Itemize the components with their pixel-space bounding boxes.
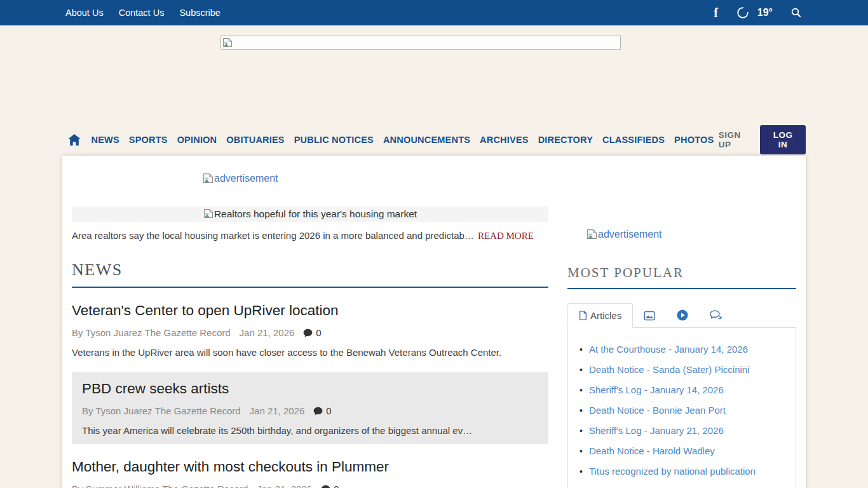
comments-icon	[710, 310, 722, 321]
article-date: Jan 21, 2026	[250, 405, 305, 416]
subscribe-link[interactable]: Subscribe	[179, 8, 220, 18]
nav-item-directory[interactable]: DIRECTORY	[533, 135, 597, 145]
nav-item-announcements[interactable]: ANNOUNCEMENTS	[378, 135, 475, 145]
article-title-link[interactable]: Veteran's Center to open UpRiver locatio…	[72, 302, 548, 319]
section-divider	[567, 288, 796, 289]
featured-story-title: Realtors hopeful for this year's housing…	[214, 208, 417, 220]
article-item: Veteran's Center to open UpRiver locatio…	[72, 302, 548, 358]
bullet: •	[580, 385, 583, 395]
tab-articles-label: Articles	[590, 310, 621, 321]
most-popular-tabs: Articles	[567, 303, 796, 328]
topbar-links: About Us Contact Us Subscribe	[62, 8, 220, 18]
site-logo-image[interactable]	[220, 36, 621, 50]
article-teaser: Veterans in the UpRiver area will soon h…	[72, 347, 548, 358]
log-in-button[interactable]: LOG IN	[760, 125, 806, 154]
weather-widget: 19°	[736, 6, 773, 20]
nav-item-obituaries[interactable]: OBITUARIES	[222, 135, 289, 145]
popular-article-link[interactable]: Death Notice - Bonnie Jean Port	[589, 405, 726, 416]
nav-item-classifieds[interactable]: CLASSIFIEDS	[598, 135, 670, 145]
ad-alt-text: advertisement	[214, 173, 278, 184]
most-popular-title: MOST POPULAR	[567, 265, 796, 281]
search-icon[interactable]	[790, 7, 802, 18]
popular-article-link[interactable]: At the Courthouse - January 14, 2026	[589, 344, 748, 355]
news-section-title: NEWS	[72, 261, 548, 280]
nav-item-opinion[interactable]: OPINION	[172, 135, 222, 145]
comment-bubble-icon	[321, 485, 330, 488]
article-comments-link[interactable]: 0	[321, 484, 339, 488]
tab-images[interactable]	[633, 304, 666, 327]
temperature-reading: 19°	[757, 7, 773, 18]
list-item: •Sheriff's Log - January 14, 2026	[580, 384, 793, 395]
about-us-link[interactable]: About Us	[65, 8, 104, 18]
nav-item-archives[interactable]: ARCHIVES	[475, 135, 534, 145]
nav-item-news[interactable]: NEWS	[86, 135, 124, 145]
article-comments-link[interactable]: 0	[313, 405, 331, 416]
list-item: •Death Notice - Bonnie Jean Port	[580, 405, 793, 416]
main-navigation: NEWS SPORTS OPINION OBITUARIES PUBLIC NO…	[62, 127, 806, 152]
featured-teaser-text: Area realtors say the local housing mark…	[72, 230, 474, 241]
broken-image-icon	[222, 37, 233, 48]
leaderboard-ad-image[interactable]: advertisement	[203, 173, 278, 184]
articles-column: Realtors hopeful for this year's housing…	[72, 207, 548, 488]
tab-articles[interactable]: Articles	[567, 303, 633, 328]
top-utility-bar: About Us Contact Us Subscribe f 19°	[0, 0, 868, 25]
list-item: •Titus recognized by national publicatio…	[580, 466, 793, 477]
article-comments-link[interactable]: 0	[303, 327, 321, 338]
moon-icon	[736, 6, 750, 20]
list-item: •Sheriff's Log - January 21, 2026	[580, 425, 793, 436]
bullet: •	[580, 446, 583, 456]
section-divider	[72, 287, 548, 288]
facebook-icon[interactable]: f	[714, 6, 718, 20]
popular-article-link[interactable]: Death Notice - Sanda (Sater) Piccinini	[589, 364, 750, 375]
popular-article-link[interactable]: Sheriff's Log - January 21, 2026	[589, 425, 724, 436]
article-teaser: This year America will celebrate its 250…	[82, 425, 538, 436]
site-header: NEWS SPORTS OPINION OBITUARIES PUBLIC NO…	[0, 25, 868, 152]
most-popular-panel: •At the Courthouse - January 14, 2026 •D…	[567, 328, 796, 488]
comment-count: 0	[334, 484, 339, 488]
main-content-panel: advertisement Realtors hopeful for t	[62, 156, 806, 488]
list-item: •Death Notice - Sanda (Sater) Piccinini	[580, 364, 793, 375]
tab-videos[interactable]	[666, 303, 699, 327]
sign-up-button[interactable]: SIGN UP	[719, 130, 747, 149]
bullet: •	[580, 365, 583, 375]
list-item: •Death Notice - Harold Wadley	[580, 445, 793, 456]
article-date: Jan 21, 2026	[257, 484, 312, 488]
broken-image-icon	[587, 229, 597, 240]
featured-story-teaser: Area realtors say the local housing mark…	[72, 230, 548, 241]
article-byline: By Tyson Juarez The Gazette Record	[82, 405, 241, 416]
bullet: •	[580, 426, 583, 436]
comment-bubble-icon	[303, 329, 313, 337]
popular-articles-list: •At the Courthouse - January 14, 2026 •D…	[571, 344, 793, 488]
list-item: •At the Courthouse - January 14, 2026	[580, 344, 793, 355]
sidebar: advertisement MOST POPULAR Articles	[567, 207, 796, 488]
bullet: •	[580, 344, 583, 355]
broken-image-icon	[203, 173, 214, 184]
article-title-link[interactable]: Mother, daughter with most checkouts in …	[72, 459, 548, 475]
contact-us-link[interactable]: Contact Us	[119, 8, 165, 18]
sidebar-ad-image[interactable]: advertisement	[587, 229, 662, 240]
article-item-highlighted: PBD crew seeks artists By Tyson Juarez T…	[72, 372, 548, 444]
home-icon[interactable]	[62, 133, 86, 146]
play-icon	[677, 309, 688, 321]
tab-comments[interactable]	[699, 304, 733, 327]
article-date: Jan 21, 2026	[240, 327, 295, 338]
nav-item-photos[interactable]: PHOTOS	[670, 135, 719, 145]
popular-article-link[interactable]: Death Notice - Harold Wadley	[589, 445, 715, 456]
bullet: •	[580, 466, 583, 477]
image-icon	[644, 311, 655, 321]
featured-story-image[interactable]: Realtors hopeful for this year's housing…	[72, 207, 548, 222]
nav-item-public-notices[interactable]: PUBLIC NOTICES	[289, 135, 378, 145]
document-icon	[579, 311, 587, 320]
article-byline: By Tyson Juarez The Gazette Record	[72, 327, 231, 338]
nav-item-sports[interactable]: SPORTS	[124, 135, 172, 145]
comment-bubble-icon	[313, 407, 323, 416]
popular-article-link[interactable]: Sheriff's Log - January 14, 2026	[589, 384, 724, 395]
read-more-link[interactable]: READ MORE	[478, 231, 534, 241]
article-title-link[interactable]: PBD crew seeks artists	[82, 381, 538, 397]
comment-count: 0	[326, 405, 331, 416]
bullet: •	[580, 405, 583, 416]
popular-article-link[interactable]: Titus recognized by national publication	[589, 466, 756, 477]
article-byline: By Summer Williams The Gazette Record	[72, 484, 248, 488]
article-item: Mother, daughter with most checkouts in …	[72, 459, 548, 488]
broken-image-icon	[203, 208, 214, 219]
